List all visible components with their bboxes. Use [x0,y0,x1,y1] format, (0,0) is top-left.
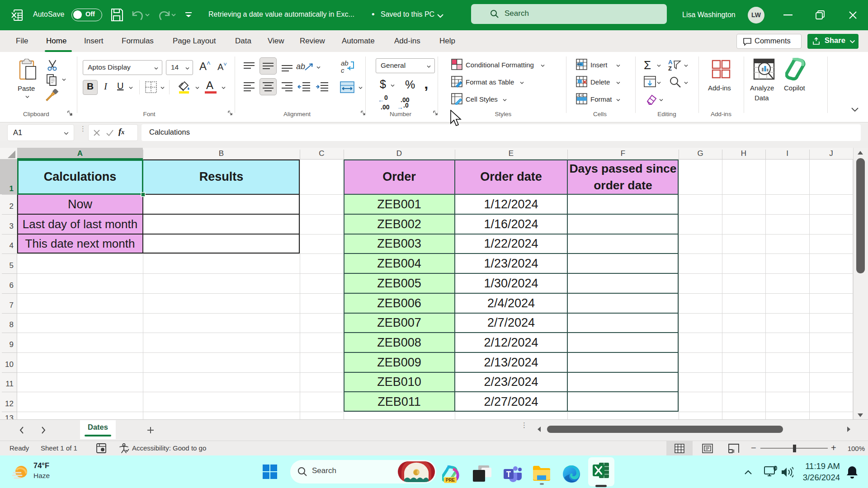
svg-text:c: c [341,66,344,74]
svg-text:ab: ab [296,62,305,71]
svg-text:PRE: PRE [446,478,455,483]
svg-text:A: A [668,59,673,66]
svg-text:Z: Z [668,65,672,71]
svg-text:ab: ab [341,59,349,67]
